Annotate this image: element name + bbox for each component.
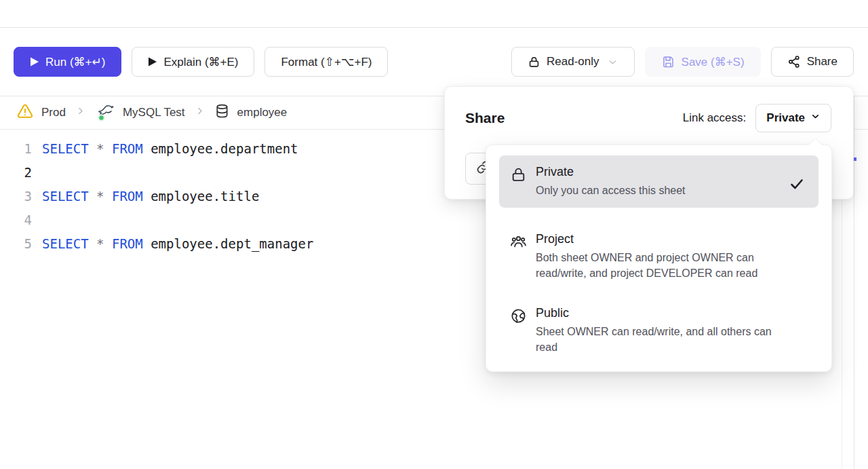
link-access-dropdown[interactable]: Private	[755, 104, 831, 132]
code-line[interactable]: 4	[14, 208, 313, 231]
chevron-right-icon	[75, 106, 85, 119]
link-access-menu: Private Only you can access this sheet P…	[486, 145, 832, 372]
chevron-down-icon	[810, 111, 821, 125]
sql-identifier: employee.department	[151, 141, 298, 156]
share-popover-header: Share Link access: Private	[445, 87, 853, 132]
format-button-label: Format (⇧+⌥+F)	[281, 55, 372, 69]
menu-item-public[interactable]: Public Sheet OWNER can read/write, and a…	[499, 306, 818, 355]
lock-icon	[528, 56, 540, 69]
sql-keyword: FROM	[112, 189, 151, 204]
breadcrumb-instance[interactable]: MySQL Test	[95, 103, 185, 122]
code-line[interactable]: 2	[14, 160, 313, 184]
menu-item-text: Public Sheet OWNER can read/write, and a…	[536, 306, 808, 355]
toolbar-right-group: Read-only Save (⌘+S) Share	[511, 47, 854, 77]
toolbar-left-group: Run (⌘+↵) Explain (⌘+E) Format (⇧+⌥+F)	[14, 47, 388, 77]
sql-editor[interactable]: 1 SELECT * FROM employee.department 2 3 …	[14, 136, 313, 255]
menu-item-description: Sheet OWNER can read/write, and all othe…	[536, 324, 785, 355]
share-button[interactable]: Share	[771, 47, 854, 77]
menu-item-description: Both sheet OWNER and project OWNER can r…	[536, 250, 785, 281]
top-divider	[0, 27, 868, 28]
explain-button-label: Explain (⌘+E)	[163, 55, 238, 69]
explain-button[interactable]: Explain (⌘+E)	[132, 47, 254, 77]
code-line[interactable]: 3 SELECT * FROM employee.title	[14, 184, 313, 208]
sql-operator: *	[96, 141, 112, 156]
link-access-value: Private	[766, 111, 805, 125]
link-access-group: Link access: Private	[683, 104, 831, 132]
readonly-label: Read-only	[547, 55, 599, 69]
save-button[interactable]: Save (⌘+S)	[645, 47, 761, 77]
play-icon	[148, 56, 157, 67]
instance-label: MySQL Test	[123, 106, 185, 119]
right-panel-divider	[854, 96, 854, 469]
line-number: 3	[14, 189, 42, 204]
sql-keyword: FROM	[112, 141, 151, 156]
sql-operator: *	[96, 236, 112, 251]
run-button-label: Run (⌘+↵)	[45, 55, 105, 69]
line-number: 1	[14, 141, 42, 156]
breadcrumb-environment[interactable]: Prod	[16, 102, 66, 124]
check-icon	[789, 176, 805, 195]
lock-icon	[510, 166, 527, 183]
menu-item-private[interactable]: Private Only you can access this sheet	[499, 155, 818, 208]
format-button[interactable]: Format (⇧+⌥+F)	[264, 47, 388, 77]
sql-keyword: SELECT	[42, 141, 96, 156]
code-line[interactable]: 5 SELECT * FROM employee.dept_manager	[14, 231, 313, 255]
line-number: 5	[14, 236, 42, 251]
sql-keyword: SELECT	[42, 236, 96, 251]
code-line[interactable]: 1 SELECT * FROM employee.department	[14, 136, 313, 160]
menu-item-title: Public	[536, 306, 808, 320]
line-number-active: 2	[14, 165, 42, 180]
run-button[interactable]: Run (⌘+↵)	[14, 47, 121, 77]
mysql-dolphin-icon	[95, 103, 115, 122]
database-label: employee	[237, 106, 288, 119]
sql-identifier: employee.title	[151, 189, 259, 204]
breadcrumb-database[interactable]: employee	[214, 103, 288, 122]
link-access-label: Link access:	[683, 111, 747, 125]
chevron-right-icon	[195, 106, 205, 119]
sql-keyword: FROM	[112, 236, 151, 251]
share-button-label: Share	[807, 55, 837, 69]
sql-identifier: employee.dept_manager	[151, 236, 313, 251]
menu-item-text: Private Only you can access this sheet	[536, 165, 780, 198]
readonly-mode-dropdown[interactable]: Read-only	[511, 47, 635, 77]
globe-icon	[510, 307, 527, 324]
menu-item-text: Project Both sheet OWNER and project OWN…	[536, 232, 808, 281]
warning-triangle-icon	[16, 102, 34, 124]
editor-toolbar: Run (⌘+↵) Explain (⌘+E) Format (⇧+⌥+F) R…	[14, 47, 854, 77]
floppy-save-icon	[661, 55, 675, 69]
environment-label: Prod	[41, 106, 66, 119]
line-number: 4	[14, 212, 42, 227]
share-network-icon	[787, 55, 801, 69]
user-group-icon	[510, 233, 527, 250]
sql-keyword: SELECT	[42, 189, 96, 204]
menu-item-project[interactable]: Project Both sheet OWNER and project OWN…	[499, 232, 818, 281]
menu-item-description: Only you can access this sheet	[536, 183, 780, 198]
database-icon	[214, 103, 230, 122]
chevron-down-icon	[607, 56, 618, 68]
save-button-label: Save (⌘+S)	[682, 55, 745, 69]
share-popover-title: Share	[465, 110, 505, 126]
play-icon	[30, 56, 39, 67]
menu-item-title: Project	[536, 232, 808, 246]
menu-item-title: Private	[536, 165, 780, 179]
sql-operator: *	[96, 189, 112, 204]
